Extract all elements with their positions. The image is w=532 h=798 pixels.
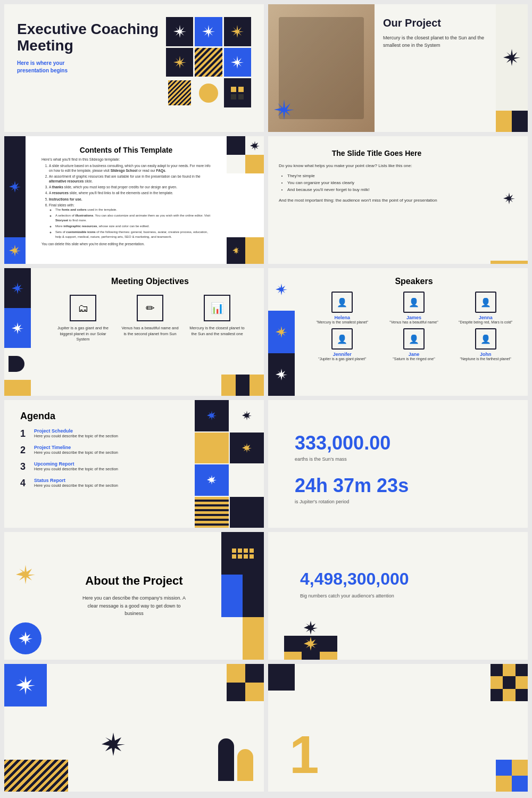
slide-contents: Contents of This Template Here's what yo… [4,136,264,264]
deco-left [4,268,31,396]
slide-4-conclusion: And the most important thing: the audien… [279,197,475,204]
agenda-item-title-4: Status Report [34,478,118,483]
speaker-card-5: 👤 Jane "Saturn is the ringed one" [380,328,448,361]
list-item: Instructions for use. [49,197,211,202]
agenda-item-title-1: Project Schedule [34,428,118,434]
speaker-icon: 👤 [403,292,425,313]
slide-8-stat1: 333,000.00 [295,432,501,454]
slide-3-list: A slide structure based on a business co… [41,163,211,239]
starburst-icon [206,475,217,485]
slide-meeting-objectives: Meeting Objectives 🗂 Jupiter is a gas gi… [4,268,264,396]
starburst-icon [172,55,187,70]
agenda-num: 3 [20,461,29,472]
slide-10-deco [284,620,337,660]
svg-marker-10 [232,247,240,254]
agenda-item-title-3: Upcoming Report [34,461,118,467]
agenda-item-text: Upcoming Report Here you could describe … [34,461,118,472]
svg-marker-16 [276,369,287,380]
deco-bottom-squares [284,652,337,660]
starburst-icon [242,443,252,453]
agenda-num: 4 [20,478,29,489]
slide-4-title: The Slide Title Goes Here [279,149,475,157]
agenda-num: 1 [20,428,29,439]
speaker-quote-6: "Neptune is the farthest planet" [452,357,519,361]
starburst-icon [503,192,516,205]
svg-marker-26 [304,637,318,651]
agenda-item-1: 1 Project Schedule Here you could descri… [20,428,184,439]
svg-marker-13 [12,322,23,334]
speakers-grid: 👤 Helena "Mercury is the smallest planet… [309,292,519,361]
svg-marker-12 [12,282,23,294]
starburst-icon [242,410,252,421]
svg-marker-18 [242,411,252,420]
list-item: A thanks slide, which you must keep so t… [49,185,211,189]
speaker-icon: 👤 [331,292,353,313]
deco-cell [166,78,193,107]
deco-cell [166,17,193,46]
slide-4-bullets: They're simple You can organize your ide… [279,173,475,192]
slide-3-title: Contents of This Template [41,146,211,154]
slide-about-project: About the Project Here you can describe … [4,532,264,660]
starburst-icon [11,322,24,335]
slide-2-deco-right [496,4,528,132]
starburst-icon [9,180,21,193]
deco-left [4,136,26,264]
objective-icon: ✏ [137,295,163,321]
slide-10-stat: 4,498,300,000 [300,569,496,589]
slide-5-content: Meeting Objectives 🗂 Jupiter is a gas gi… [13,277,255,343]
agenda-item-title-2: Project Timeline [34,445,118,450]
starburst-icon [303,636,319,652]
slide-2-content: Our Project Mercury is the closest plane… [375,4,496,132]
speaker-icon: 👤 [475,328,496,350]
agenda-item-desc-4: Here you could describe the topic of the… [34,483,118,489]
slide-3-footer: You can delete this slide when you're do… [41,242,211,246]
slide-2-description: Mercury is the closest planet to the Sun… [383,35,487,49]
svg-marker-0 [173,25,186,38]
speaker-name-6: John [452,352,519,357]
objective-icon: 🗂 [70,295,96,321]
slide-numbers: 333,000.00 earths is the Sun's mass 24h … [268,400,528,528]
slide-9-content: About the Project Here you can describe … [47,532,221,660]
deco-top-right [227,136,264,173]
deco-top-right [227,664,264,701]
deco-cell [195,48,222,77]
slide-3-content: Contents of This Template Here's what yo… [15,146,253,254]
svg-marker-2 [231,25,244,38]
speaker-card-1: 👤 Helena "Mercury is the smallest planet… [309,292,376,324]
slide-12-number: 1 [289,728,319,781]
agenda-item-text: Project Timeline Here you could describe… [34,445,118,456]
deco-bottom-right [221,375,264,396]
deco-bottom-right [227,237,264,264]
speaker-name-1: Helena [309,315,376,320]
speaker-quote-5: "Saturn is the ringed one" [380,357,448,361]
speaker-name-5: Jane [380,352,448,357]
slide-3-intro: Here's what you'll find in this Slidesgo… [41,157,211,161]
starburst-icon [15,564,36,585]
deco-cell [195,78,222,107]
speaker-card-6: 👤 John "Neptune is the farthest planet" [452,328,519,361]
starburst-icon [232,246,240,255]
slide-9-deco-right [221,532,264,660]
speaker-card-3: 👤 Jenna "Despite being red, Mars is cold… [452,292,519,324]
deco-cell [224,78,251,107]
objective-text-3: Mercury is the closest planet to the Sun… [188,326,246,337]
slide-title-example: The Slide Title Goes Here Do you know wh… [268,136,528,264]
svg-marker-25 [304,621,318,635]
slide-9-deco-left [4,532,47,660]
list-item: Final slides with: The fonts and colors … [49,203,211,239]
starburst-icon [9,244,21,257]
svg-marker-5 [274,99,294,120]
svg-marker-8 [9,245,21,256]
agenda-deco-right [195,400,264,528]
speaker-icon: 👤 [331,328,353,350]
starburst-icon [11,282,24,295]
speaker-quote-3: "Despite being red, Mars is cold" [452,320,519,324]
svg-marker-23 [16,565,35,584]
starburst-icon [230,55,245,70]
starburst-icon [100,731,127,758]
slide-8-label1: earths is the Sun's mass [295,456,501,462]
speaker-quote-1: "Mercury is the smallest planet" [309,320,376,324]
svg-marker-4 [231,56,244,69]
slide-6-title: Speakers [309,277,519,286]
starburst-icon [230,24,245,39]
